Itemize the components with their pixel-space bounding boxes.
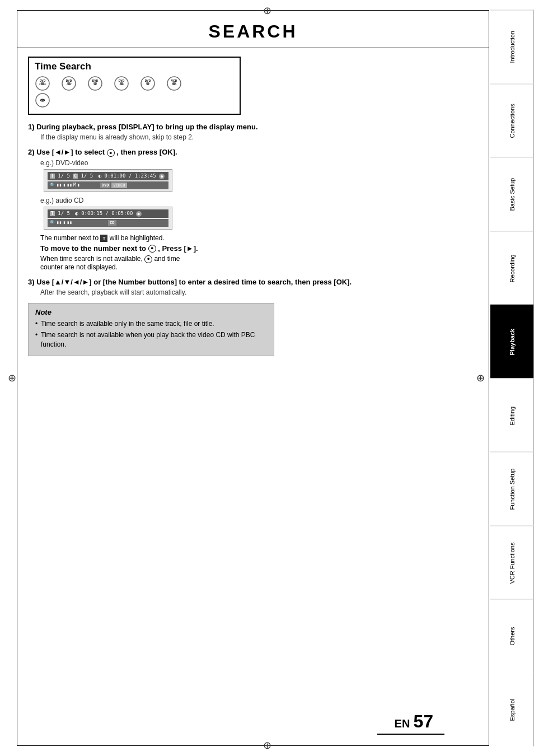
cd-display-screen: T 1/ 5 ◐ 0:00:15 / 0:05:00 ● 🔍 ▮▮ ▮ ▮▮ C… bbox=[44, 207, 172, 230]
note-item-1: Time search is available only in the sam… bbox=[35, 319, 267, 329]
content-area: Time Search DVD VIDEO bbox=[17, 48, 489, 365]
time-search-title: Time Search bbox=[35, 61, 234, 72]
step-3-sub: After the search, playback will start au… bbox=[28, 288, 478, 296]
note-title: Note bbox=[35, 308, 267, 316]
step-1-sub: If the display menu is already shown, sk… bbox=[28, 133, 478, 141]
step-3-heading: 3) Use [▲/▼/◄/►] or [the Number buttons]… bbox=[28, 278, 478, 286]
svg-text:DVD: DVD bbox=[66, 79, 72, 82]
clock-icon-3: ● bbox=[144, 255, 152, 263]
sidebar: Introduction Connections Basic Setup Rec… bbox=[490, 10, 534, 746]
press-right-note: To move to the number next to ● , Press … bbox=[28, 244, 478, 253]
sidebar-item-editing[interactable]: Editing bbox=[490, 379, 534, 452]
cd-badge: CD bbox=[108, 220, 116, 226]
page-number-area: EN 57 bbox=[395, 711, 433, 732]
svg-text:CD: CD bbox=[40, 99, 45, 102]
svg-text:DVD: DVD bbox=[119, 79, 125, 82]
svg-text:-RW: -RW bbox=[119, 83, 124, 86]
sidebar-item-others[interactable]: Others bbox=[490, 599, 534, 673]
note-box: Note Time search is available only in th… bbox=[28, 303, 274, 356]
sidebar-item-basic-setup[interactable]: Basic Setup bbox=[490, 157, 534, 231]
page-number: 57 bbox=[413, 711, 433, 732]
page-language: EN bbox=[395, 717, 410, 730]
highlight-note: The number next to T will be highlighted… bbox=[28, 234, 478, 242]
step-1-heading: 1) During playback, press [DISPLAY] to b… bbox=[28, 123, 478, 131]
clock-icon-2: ● bbox=[148, 245, 156, 253]
page-title: SEARCH bbox=[17, 21, 489, 42]
sidebar-item-function-setup[interactable]: Function Setup bbox=[490, 452, 534, 526]
disc-icon-vcd-pro: VCD PRO bbox=[166, 76, 192, 91]
svg-text:PRO: PRO bbox=[172, 83, 177, 86]
step-3: 3) Use [▲/▼/◄/►] or [the Number buttons]… bbox=[28, 278, 478, 296]
sidebar-item-espanol[interactable]: Español bbox=[490, 673, 534, 746]
step-2: 2) Use [◄/►] to select ● , then press [O… bbox=[28, 148, 478, 271]
svg-text:DVD: DVD bbox=[40, 79, 46, 82]
svg-text:DVD: DVD bbox=[145, 79, 151, 82]
svg-text:DVD: DVD bbox=[92, 79, 99, 82]
disc-icon-cd: CD bbox=[35, 92, 60, 108]
compass-left-icon: ⊕ bbox=[8, 372, 16, 384]
t-icon: T bbox=[100, 235, 107, 242]
page-number-line bbox=[377, 734, 444, 735]
disc-icon-dvd-mr: DVD -R bbox=[140, 76, 166, 91]
dvd-display-row1: T 1/ 5 C 1/ 5 ◐ 0:01:00 / 1:23:45 ● bbox=[48, 172, 168, 180]
sidebar-item-introduction[interactable]: Introduction bbox=[490, 10, 534, 84]
cd-display-row1: T 1/ 5 ◐ 0:00:15 / 0:05:00 ● bbox=[48, 209, 168, 218]
sidebar-item-vcr-functions[interactable]: VCR Functions bbox=[490, 526, 534, 600]
not-available-note: When time search is not available, ● and… bbox=[28, 255, 478, 271]
note-item-2: Time search is not available when you pl… bbox=[35, 330, 267, 349]
svg-text:VIDEO: VIDEO bbox=[39, 83, 46, 86]
time-search-box: Time Search DVD VIDEO bbox=[28, 57, 241, 115]
eg-cd-label: e.g.) audio CD bbox=[28, 197, 478, 204]
disc-icon-dvd-video: DVD VIDEO bbox=[35, 76, 60, 91]
svg-text:VCD: VCD bbox=[171, 79, 177, 82]
dvd-badge: DVD bbox=[100, 183, 111, 188]
disc-icons-row2: CD bbox=[35, 92, 234, 108]
dvd-display-row2: 🔍 ▮▮ ▮ ▮▮ M ▮ DVD VIDEO bbox=[48, 181, 168, 189]
eg-dvd-label: e.g.) DVD-video bbox=[28, 159, 478, 167]
step-2-heading: 2) Use [◄/►] to select ● , then press [O… bbox=[28, 148, 478, 157]
cd-display-row2: 🔍 ▮▮ ▮ ▮▮ CD bbox=[48, 219, 168, 227]
page-title-area: SEARCH bbox=[17, 10, 489, 48]
clock-icon: ● bbox=[107, 149, 115, 157]
sidebar-item-connections[interactable]: Connections bbox=[490, 84, 534, 158]
svg-text:+RW: +RW bbox=[67, 83, 72, 86]
svg-text:+R: +R bbox=[93, 83, 96, 86]
video-badge: VIDEO bbox=[111, 183, 127, 188]
disc-icons-row: DVD VIDEO DVD +RW bbox=[35, 76, 234, 91]
disc-icon-dvd-mrw: DVD -RW bbox=[114, 76, 139, 91]
svg-text:-R: -R bbox=[147, 83, 149, 86]
disc-icon-dvd-pr: DVD +R bbox=[87, 76, 113, 91]
sidebar-item-playback[interactable]: Playback bbox=[490, 305, 534, 379]
sidebar-item-recording[interactable]: Recording bbox=[490, 231, 534, 305]
step-1: 1) During playback, press [DISPLAY] to b… bbox=[28, 123, 478, 141]
main-content: SEARCH Time Search DVD VIDEO bbox=[17, 10, 489, 746]
dvd-display-screen: T 1/ 5 C 1/ 5 ◐ 0:01:00 / 1:23:45 ● 🔍 ▮▮… bbox=[44, 169, 172, 192]
disc-icon-dvd-prw: DVD +RW bbox=[61, 76, 87, 91]
